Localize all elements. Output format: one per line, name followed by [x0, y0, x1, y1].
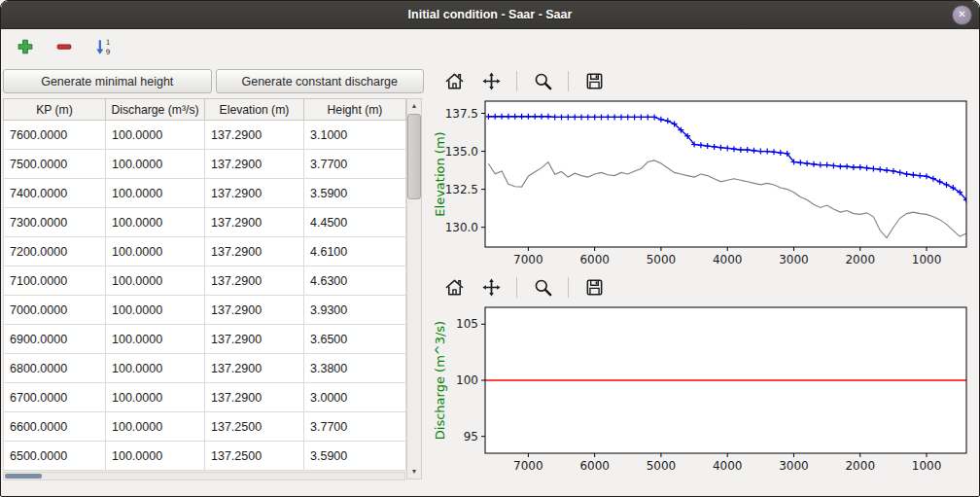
- column-header[interactable]: Elevation (m): [205, 99, 304, 121]
- table-cell[interactable]: 137.2900: [205, 325, 304, 354]
- table-cell[interactable]: 100.0000: [106, 208, 205, 237]
- table-cell[interactable]: 6500.0000: [4, 442, 106, 471]
- table-cell[interactable]: 3.5900: [304, 442, 406, 471]
- save-icon: [584, 71, 605, 91]
- generate-constant-discharge-button[interactable]: Generate constant discharge: [216, 69, 425, 93]
- toolbar-separator: [516, 71, 517, 91]
- discharge-zoom-button[interactable]: [528, 274, 557, 300]
- table-cell[interactable]: 137.2900: [205, 121, 304, 150]
- table-cell[interactable]: 137.2900: [205, 354, 304, 383]
- table-cell[interactable]: 100.0000: [106, 383, 205, 412]
- table-cell[interactable]: 100.0000: [106, 296, 205, 325]
- scroll-up-icon[interactable]: ▲: [407, 99, 421, 113]
- svg-text:132.5: 132.5: [445, 183, 478, 196]
- table-cell[interactable]: 137.2900: [205, 237, 304, 266]
- discharge-save-button[interactable]: [579, 274, 609, 300]
- table-hscrollbar[interactable]: [3, 472, 405, 480]
- toolbar-separator: [516, 277, 517, 298]
- table-cell[interactable]: 100.0000: [106, 442, 205, 471]
- table-cell[interactable]: 7400.0000: [4, 179, 106, 208]
- table-cell[interactable]: 137.2900: [205, 296, 304, 325]
- table-cell[interactable]: 4.4500: [304, 208, 406, 237]
- elevation-plot[interactable]: 130.0132.5135.0137.570006000500040003000…: [432, 95, 972, 272]
- svg-text:4000: 4000: [713, 459, 743, 473]
- table-row: 7100.0000100.0000137.29004.6300: [4, 266, 406, 296]
- toolbar-separator: [568, 277, 569, 298]
- column-header[interactable]: KP (m): [4, 99, 106, 121]
- table-cell[interactable]: 100.0000: [106, 121, 205, 150]
- table-cell[interactable]: 137.2500: [205, 442, 304, 471]
- table-cell[interactable]: 100.0000: [106, 150, 205, 179]
- table-cell[interactable]: 3.0000: [304, 383, 406, 412]
- svg-text:100: 100: [456, 373, 478, 387]
- table-cell[interactable]: 3.7700: [304, 412, 406, 442]
- table-cell[interactable]: 7500.0000: [4, 150, 106, 179]
- table-row: 6600.0000100.0000137.25003.7700: [4, 412, 406, 442]
- svg-text:105: 105: [456, 317, 478, 331]
- titlebar[interactable]: Initial condition - Saar - Saar ✕: [1, 1, 979, 29]
- table-row: 6800.0000100.0000137.29003.3800: [4, 354, 406, 383]
- svg-text:3000: 3000: [779, 459, 809, 473]
- table-cell[interactable]: 137.2900: [205, 179, 304, 208]
- table-cell[interactable]: 7300.0000: [4, 208, 106, 237]
- table-cell[interactable]: 137.2900: [205, 150, 304, 179]
- remove-row-button[interactable]: [52, 34, 77, 59]
- toolbar-separator: [568, 71, 569, 91]
- table-cell[interactable]: 7200.0000: [4, 237, 106, 266]
- table-cell[interactable]: 4.6100: [304, 237, 406, 266]
- table-cell[interactable]: 100.0000: [106, 266, 205, 296]
- pan-icon: [481, 71, 502, 91]
- left-panel: Generate minimal height Generate constan…: [1, 64, 426, 497]
- sort-button[interactable]: 1 9: [90, 34, 116, 59]
- svg-text:5000: 5000: [647, 459, 677, 473]
- svg-text:2000: 2000: [845, 459, 875, 473]
- table-cell[interactable]: 3.1000: [304, 121, 406, 150]
- table-cell[interactable]: 3.9300: [304, 296, 406, 325]
- table-cell[interactable]: 7000.0000: [4, 296, 106, 325]
- close-button[interactable]: ✕: [952, 5, 972, 25]
- table-cell[interactable]: 6700.0000: [4, 383, 106, 412]
- table-cell[interactable]: 100.0000: [106, 237, 205, 266]
- svg-text:7000: 7000: [513, 253, 543, 266]
- table-cell[interactable]: 3.7700: [304, 150, 406, 179]
- table-cell[interactable]: 7600.0000: [4, 121, 106, 150]
- plus-icon: [16, 37, 35, 56]
- table-row: 7000.0000100.0000137.29003.9300: [4, 296, 406, 325]
- discharge-plot-toolbar: [432, 272, 975, 302]
- table-cell[interactable]: 3.5900: [304, 179, 406, 208]
- svg-text:1: 1: [106, 38, 111, 47]
- column-header[interactable]: Discharge (m³/s): [106, 99, 205, 121]
- table-cell[interactable]: 7100.0000: [4, 266, 106, 296]
- table-vscrollbar[interactable]: ▲ ▼: [406, 98, 422, 479]
- table-cell[interactable]: 100.0000: [106, 354, 205, 383]
- column-header[interactable]: Height (m): [304, 99, 406, 121]
- main-content: Generate minimal height Generate constan…: [1, 64, 979, 497]
- table-cell[interactable]: 137.2500: [205, 412, 304, 442]
- elevation-zoom-button[interactable]: [528, 68, 557, 93]
- table-cell[interactable]: 137.2900: [205, 208, 304, 237]
- hscroll-thumb[interactable]: [5, 474, 42, 479]
- discharge-pan-button[interactable]: [476, 274, 506, 300]
- table-cell[interactable]: 100.0000: [106, 179, 205, 208]
- table-cell[interactable]: 6800.0000: [4, 354, 106, 383]
- discharge-home-button[interactable]: [439, 274, 469, 300]
- table-cell[interactable]: 137.2900: [205, 383, 304, 412]
- table-cell[interactable]: 137.2900: [205, 266, 304, 296]
- elevation-save-button[interactable]: [579, 68, 609, 93]
- svg-text:1000: 1000: [912, 459, 942, 473]
- table-row: 7500.0000100.0000137.29003.7700: [4, 150, 406, 179]
- add-row-button[interactable]: [13, 34, 38, 59]
- vscroll-thumb[interactable]: [407, 114, 421, 199]
- table-cell[interactable]: 100.0000: [106, 412, 205, 442]
- table-cell[interactable]: 3.6500: [304, 325, 406, 354]
- table-cell[interactable]: 6900.0000: [4, 325, 106, 354]
- table-cell[interactable]: 3.3800: [304, 354, 406, 383]
- generate-minimal-height-button[interactable]: Generate minimal height: [3, 69, 212, 93]
- table-cell[interactable]: 100.0000: [106, 325, 205, 354]
- table-cell[interactable]: 4.6300: [304, 266, 406, 296]
- table-cell[interactable]: 6600.0000: [4, 412, 106, 442]
- elevation-home-button[interactable]: [439, 68, 469, 93]
- scroll-down-icon[interactable]: ▼: [407, 465, 421, 479]
- discharge-plot[interactable]: 951001057000600050004000300020001000Disc…: [432, 302, 972, 479]
- elevation-pan-button[interactable]: [476, 68, 506, 93]
